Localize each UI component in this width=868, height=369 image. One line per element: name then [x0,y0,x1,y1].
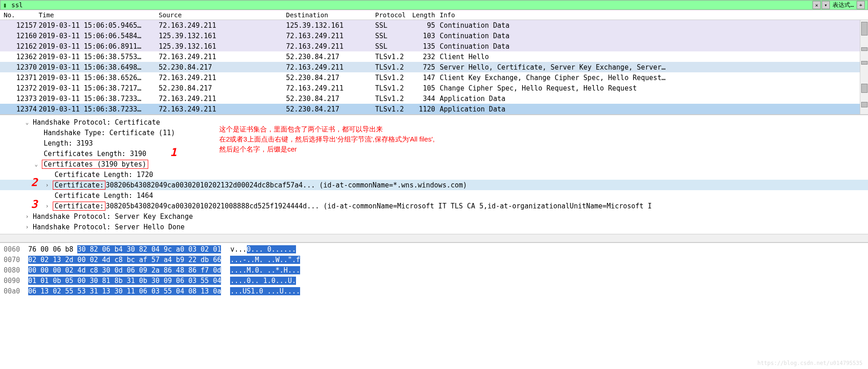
cell-len: 147 [411,74,438,82]
column-length[interactable]: Length [411,11,438,19]
cell-info: Client Hello [438,53,860,61]
packet-row[interactable]: 123712019-03-11 15:06:38.6526…72.163.249… [0,72,860,83]
packet-row[interactable]: 123622019-03-11 15:06:38.5753…72.163.249… [0,51,860,62]
byte-row[interactable]: 006076 00 06 b8 30 82 06 b4 30 82 04 9c … [0,244,868,254]
cell-time: 2019-03-11 15:06:06.5484… [39,32,159,40]
tree-certificate-2[interactable]: › Certificate: 308205b43082049ca00302010… [0,201,868,211]
tree-certificate-1[interactable]: › Certificate: 308206b43082049ca00302010… [0,180,868,190]
byte-hex: 76 00 06 b8 30 82 06 b4 30 82 04 9c a0 0… [26,245,221,253]
cell-len: 344 [411,95,438,103]
cell-no: 12372 [0,84,39,92]
byte-ascii: v...0... 0...... [221,245,296,253]
column-protocol[interactable]: Protocol [375,11,411,19]
tree-label: Handshake Protocol: Certificate [33,118,160,126]
cell-time: 2019-03-11 15:06:38.6526… [39,74,159,82]
column-source[interactable]: Source [159,11,286,19]
display-filter-input[interactable] [10,1,813,9]
byte-offset: 0060 [0,245,26,253]
cell-info: Continuation Data [438,32,860,40]
cell-len: 725 [411,63,438,71]
chevron-down-icon: ⌄ [25,119,33,126]
byte-hex: 02 02 13 2d 00 02 4d c8 bc af 57 a4 b9 2… [26,256,221,264]
packet-row[interactable]: 123702019-03-11 15:06:38.6498…52.230.84.… [0,62,860,72]
cell-dest: 72.163.249.211 [286,84,375,92]
tree-server-key-exchange[interactable]: › Handshake Protocol: Server Key Exchang… [0,211,868,222]
cell-time: 2019-03-11 15:06:05.9465… [39,21,159,30]
tree-label: Certificates (3190 bytes) [42,160,148,169]
cell-source: 72.163.249.211 [159,74,286,82]
annotation-text: 这个是证书集合，里面包含了两个证书，都可以导出来 在2或者3上面点击右键，然后选… [219,124,435,154]
annotation-line: 这个是证书集合，里面包含了两个证书，都可以导出来 [219,124,435,134]
byte-offset: 00a0 [0,287,26,295]
tree-cert-len-2[interactable]: Certificate Length: 1464 [0,190,868,201]
column-destination[interactable]: Destination [286,11,375,19]
cell-source: 72.163.249.211 [159,21,286,30]
packet-row[interactable]: 121572019-03-11 15:06:05.9465…72.163.249… [0,20,860,30]
tree-certificates[interactable]: ⌄ Certificates (3190 bytes) [0,159,868,169]
cell-len: 232 [411,53,438,61]
annotation-marker-3: 3 [31,198,37,211]
bookmark-icon[interactable]: ▮ [0,0,10,10]
cell-dest: 52.230.84.217 [286,74,375,82]
watermark: https://blog.csdn.net/u014795535 [758,360,863,366]
cell-source: 52.230.84.217 [159,63,286,71]
packet-row[interactable]: 123722019-03-11 15:06:38.7217…52.230.84.… [0,83,860,93]
expression-button[interactable]: 表达式… [831,1,856,9]
cell-info: Server Hello, Certificate, Server Key Ex… [438,63,860,71]
tree-cert-len-1[interactable]: Certificate Length: 1720 [0,169,868,180]
packet-row[interactable]: 121602019-03-11 15:06:06.5484…125.39.132… [0,30,860,41]
column-no[interactable]: No. [0,11,39,19]
add-filter-button[interactable]: + [857,1,865,9]
cell-proto: TLSv1.2 [375,105,411,113]
byte-hex: 01 01 0b 05 00 30 81 8b 31 0b 30 09 06 0… [26,277,221,285]
tree-server-hello-done[interactable]: › Handshake Protocol: Server Hello Done [0,222,868,232]
packet-row[interactable]: 123732019-03-11 15:06:38.7233…72.163.249… [0,93,860,104]
annotation-line: 在2或者3上面点击右键，然后选择导出'分组字节流',保存格式为'All file… [219,134,435,144]
clear-filter-button[interactable]: ✕ [813,1,821,9]
byte-row[interactable]: 009001 01 0b 05 00 30 81 8b 31 0b 30 09 … [0,275,868,286]
byte-row[interactable]: 00a006 13 02 55 53 31 13 30 11 06 03 55 … [0,286,868,296]
packet-row[interactable]: 121622019-03-11 15:06:06.8911…125.39.132… [0,41,860,51]
cell-time: 2019-03-11 15:06:06.8911… [39,42,159,51]
cell-info: Continuation Data [438,42,860,51]
cell-no: 12371 [0,74,39,82]
packet-row[interactable]: 123742019-03-11 15:06:38.7233…72.163.249… [0,104,860,114]
packet-list: 121572019-03-11 15:06:05.9465…72.163.249… [0,20,868,114]
annotation-marker-1: 1 [170,146,176,159]
byte-offset: 0070 [0,256,26,264]
packet-list-scrollbar[interactable] [860,20,868,114]
chevron-right-icon: › [45,182,53,188]
tree-cert-value: 308206b43082049ca00302010202132d00024dc8… [105,181,467,189]
cell-proto: TLSv1.2 [375,74,411,82]
cell-info: Application Data [438,95,860,103]
cell-no: 12373 [0,95,39,103]
byte-offset: 0090 [0,277,26,285]
cell-proto: SSL [375,32,411,40]
byte-hex: 00 00 00 02 4d c8 30 0d 06 09 2a 86 48 8… [26,266,221,274]
cell-source: 125.39.132.161 [159,32,286,40]
details-horizontal-scrollbar[interactable] [0,234,868,242]
annotation-marker-2: 2 [31,176,37,189]
cell-info: Continuation Data [438,21,860,30]
tree-cert-value: 308205b43082049ca003020102021008888cd525… [105,202,652,210]
cell-no: 12162 [0,42,39,51]
cell-len: 103 [411,32,438,40]
cell-len: 95 [411,21,438,30]
chevron-down-icon: ⌄ [35,161,42,167]
cell-len: 1120 [411,105,438,113]
cell-proto: TLSv1.2 [375,95,411,103]
cell-time: 2019-03-11 15:06:38.5753… [39,53,159,61]
chevron-right-icon: › [45,203,53,209]
packet-bytes-panel: 006076 00 06 b8 30 82 06 b4 30 82 04 9c … [0,242,868,296]
filter-dropdown-button[interactable]: ▾ [822,1,830,9]
byte-row[interactable]: 007002 02 13 2d 00 02 4d c8 bc af 57 a4 … [0,254,868,265]
column-info[interactable]: Info [438,11,868,19]
byte-row[interactable]: 008000 00 00 02 4d c8 30 0d 06 09 2a 86 … [0,265,868,275]
cell-no: 12370 [0,63,39,71]
tree-label: Certificate Length: 1464 [55,192,153,200]
byte-ascii: ...US1.0 ...U.... [221,287,300,295]
column-time[interactable]: Time [39,11,159,19]
cell-info: Client Key Exchange, Change Cipher Spec,… [438,74,860,82]
tree-cert-label: Certificate: [53,181,105,190]
cell-source: 72.163.249.211 [159,95,286,103]
